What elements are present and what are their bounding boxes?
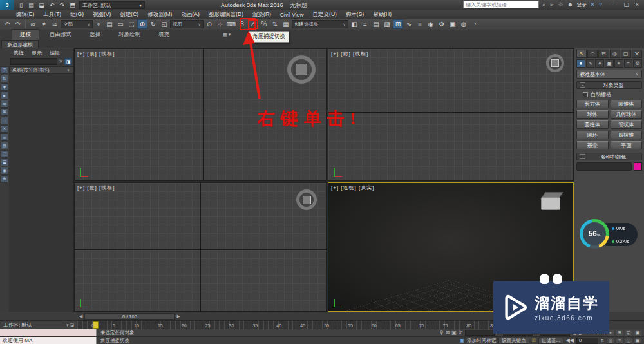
zoom-all-icon[interactable]: ◱: [625, 330, 632, 336]
mirror-icon[interactable]: ◧: [349, 19, 359, 29]
open-file-icon[interactable]: ▤: [27, 1, 35, 9]
primitive-button[interactable]: 茶壶: [576, 141, 609, 149]
containers-icon[interactable]: ⬓: [1, 158, 8, 166]
groups-icon[interactable]: ⬚: [1, 150, 8, 158]
redo-icon[interactable]: ↷: [13, 19, 23, 29]
utilities-tab-icon[interactable]: ⚒: [632, 50, 642, 58]
materials-icon[interactable]: ◉: [1, 167, 8, 175]
add-time-tag[interactable]: 添加时间标记: [467, 338, 496, 344]
undo-icon[interactable]: ↶: [2, 19, 12, 29]
spinner-icon[interactable]: ⇅: [601, 338, 604, 343]
rectangular-selection-icon[interactable]: ▭: [115, 19, 126, 29]
isolate-selection-icon[interactable]: ⚲: [440, 330, 444, 336]
ribbon-tab[interactable]: 自由形式: [42, 30, 79, 40]
maxscript-listener-text[interactable]: 欢迎使用 MA: [0, 337, 97, 344]
workspace-dropdown[interactable]: 工作区: 默认 ▾: [79, 1, 145, 9]
polygon-modeling-panel[interactable]: 多边形建模: [1, 40, 39, 48]
filter-icon[interactable]: ▼: [1, 83, 8, 91]
bind-to-space-warp-icon[interactable]: ≋: [50, 19, 60, 29]
primitive-button[interactable]: 圆环: [576, 131, 609, 139]
helpers-icon[interactable]: ⌖: [614, 59, 623, 68]
menu-item[interactable]: 视图(V): [88, 11, 115, 19]
search-input[interactable]: [463, 1, 539, 8]
render-setup-icon[interactable]: ⚙: [437, 19, 447, 29]
search-communities-icon[interactable]: ⌕: [542, 1, 545, 8]
explorer-column-header[interactable]: 名称(按升序排序) ▼: [9, 66, 73, 74]
curve-editor-icon[interactable]: ∿: [404, 19, 414, 29]
maxscript-mini-listener[interactable]: [0, 329, 97, 336]
menu-item[interactable]: 修改器(M): [143, 11, 176, 19]
rendered-frame-icon[interactable]: ▣: [448, 19, 458, 29]
primitive-type-dropdown[interactable]: 标准基本体 ∨: [576, 70, 642, 79]
network-speed-widget[interactable]: 0K/s 0.2K/s 56 %: [580, 219, 640, 250]
align-icon[interactable]: ≡: [360, 19, 370, 29]
primitive-button[interactable]: 长方体: [576, 100, 609, 108]
time-tag-icon[interactable]: ▣: [460, 338, 465, 343]
use-pivot-center-icon[interactable]: ⊙: [204, 19, 214, 29]
viewport-left-label[interactable]: [+] [左] [线框]: [77, 184, 115, 191]
material-editor-icon[interactable]: ◉: [426, 19, 436, 29]
primitive-button[interactable]: 四棱锥: [611, 131, 643, 139]
set-key-button[interactable]: 设置关键点: [498, 338, 529, 344]
save-file-icon[interactable]: ⬓: [37, 1, 46, 9]
select-and-rotate-icon[interactable]: ↻: [148, 19, 158, 29]
primitive-button[interactable]: 平面: [611, 141, 643, 149]
redo-icon[interactable]: ↷: [58, 1, 66, 9]
select-object-icon[interactable]: ⌖: [93, 19, 104, 29]
autogrid-checkbox[interactable]: [583, 92, 588, 97]
absolute-mode-icon[interactable]: ▣: [451, 330, 457, 336]
lights-icon[interactable]: ☀: [595, 59, 604, 68]
explorer-menu-item[interactable]: 选择: [10, 50, 27, 57]
workspace-selector[interactable]: 工作区: 默认 ▾ ◪: [0, 320, 77, 329]
undo-icon[interactable]: ↶: [48, 1, 56, 9]
space-warps-icon[interactable]: ≈: [624, 59, 633, 68]
prev-frame-icon[interactable]: ◀: [79, 314, 82, 319]
collapse-icon[interactable]: -: [580, 82, 585, 88]
layers-icon[interactable]: ▤: [1, 142, 8, 149]
create-tab-icon[interactable]: ↖: [576, 50, 587, 58]
hierarchy-tab-icon[interactable]: ⊟: [598, 50, 609, 58]
explorer-tree[interactable]: [9, 74, 73, 312]
hide-icon[interactable]: ◌: [1, 117, 8, 124]
close-icon[interactable]: ×: [636, 1, 639, 8]
sort-icon[interactable]: ⇅: [1, 75, 8, 82]
angle-snap-icon[interactable]: ∠: [248, 19, 258, 29]
modify-tab-icon[interactable]: ◠: [587, 50, 598, 58]
primitive-button[interactable]: 球体: [576, 110, 609, 119]
spinner-snap-icon[interactable]: ⇅: [270, 19, 280, 29]
zoom-icon[interactable]: ⊞: [616, 330, 623, 336]
ribbon-tab[interactable]: 对象绘制: [111, 30, 148, 40]
ribbon-minimize-icon[interactable]: ▦ ▾: [223, 32, 231, 39]
restore-icon[interactable]: ▢: [623, 1, 629, 8]
menu-item[interactable]: 渲染(R): [248, 11, 276, 19]
viewport-top-label[interactable]: [+] [顶] [线框]: [77, 50, 115, 57]
select-and-move-icon[interactable]: ⊕: [137, 19, 147, 29]
lock-selection-icon[interactable]: ⊠: [446, 330, 450, 336]
app-logo-icon[interactable]: 3: [0, 0, 14, 10]
shapes-icon[interactable]: ∿: [586, 59, 595, 68]
explorer-menu-item[interactable]: 编辑: [46, 50, 63, 57]
clear-search-icon[interactable]: ✕: [59, 59, 63, 64]
x-coordinate-field[interactable]: [465, 330, 495, 336]
link-icon[interactable]: ∞: [1, 133, 8, 141]
select-by-name-icon[interactable]: ▤: [104, 19, 115, 29]
object-color-swatch[interactable]: [634, 162, 642, 171]
menu-item[interactable]: 创建(C): [115, 11, 143, 19]
display-none-icon[interactable]: ◫: [1, 66, 8, 74]
menu-item[interactable]: 工具(T): [39, 11, 66, 19]
snap-toggle-3d-icon[interactable]: 3: [237, 19, 247, 29]
scene-explorer-icon[interactable]: ⊞: [393, 19, 403, 29]
menu-item[interactable]: 编辑(E): [12, 11, 39, 19]
viewport-front[interactable]: [+] [前] [线框]: [328, 48, 574, 181]
object-type-rollout[interactable]: - 对象类型: [576, 81, 642, 89]
menu-item[interactable]: 组(G): [66, 11, 88, 19]
workspace-menu-icon[interactable]: ▾ ◪: [66, 323, 74, 328]
go-to-start-icon[interactable]: ◀◀: [566, 338, 574, 343]
menu-item[interactable]: 动画(A): [176, 11, 204, 19]
project-folder-icon[interactable]: ⬒: [68, 1, 77, 9]
user-icon[interactable]: ☻: [567, 1, 573, 8]
pick-icon[interactable]: ►: [1, 91, 8, 99]
menu-item[interactable]: 脚本(S): [341, 11, 368, 19]
viewcube[interactable]: [296, 189, 317, 210]
window-crossing-icon[interactable]: ⬚: [126, 19, 137, 29]
